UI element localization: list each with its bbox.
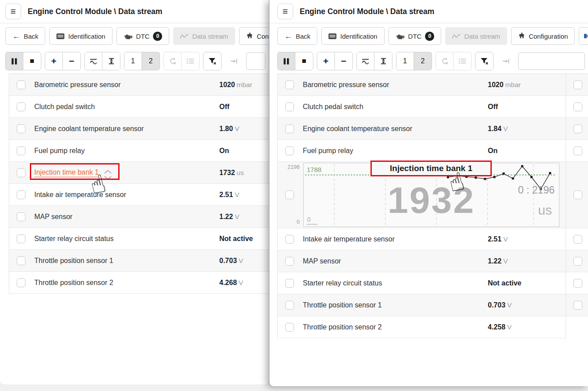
row-checkbox[interactable] — [285, 301, 294, 310]
row-checkbox[interactable] — [285, 235, 294, 244]
row-checkbox[interactable] — [17, 80, 25, 89]
param-label[interactable]: Barometric pressure sensor — [34, 81, 121, 89]
row-checkbox[interactable] — [17, 102, 25, 111]
param-label[interactable]: Clutch pedal switch — [34, 103, 95, 111]
row-checkbox[interactable] — [17, 234, 25, 243]
param-label[interactable]: Engine coolant temperature sensor — [303, 125, 412, 133]
table-row: Intake air temperature sensor 2.51V — [9, 184, 269, 206]
row-checkbox[interactable] — [573, 124, 582, 133]
row-checkbox[interactable] — [285, 323, 294, 332]
tab-dtc[interactable]: DTC 0 — [388, 27, 442, 45]
row-checkbox[interactable] — [573, 190, 582, 199]
param-label[interactable]: Throttle position sensor 2 — [303, 323, 382, 331]
param-label[interactable]: MAP sensor — [303, 257, 341, 265]
param-unit: mbar — [237, 81, 252, 88]
text-height-icon — [108, 58, 115, 65]
right-table-column-2 — [566, 74, 588, 338]
param-unit: us — [237, 169, 244, 176]
param-label[interactable]: Throttle position sensor 1 — [34, 257, 113, 265]
hamburger-menu-button[interactable]: ≡ — [5, 4, 21, 19]
stop-button[interactable]: ■ — [295, 52, 313, 70]
table-row — [566, 118, 588, 140]
stream-chart[interactable]: 1788 1932 0 : 2196 us 0 — [303, 163, 559, 227]
row-checkbox[interactable] — [285, 257, 294, 266]
param-label[interactable]: Intake air temperature sensor — [34, 191, 126, 199]
clear-filter-button[interactable] — [203, 52, 221, 70]
zoom-in-button[interactable]: + — [45, 52, 63, 70]
one-column-button[interactable]: 1 — [124, 52, 142, 70]
back-button[interactable]: ← Back — [277, 27, 317, 45]
row-checkbox[interactable] — [17, 124, 25, 133]
tab-dtc[interactable]: DTC 0 — [116, 27, 170, 45]
row-checkbox[interactable] — [573, 235, 582, 244]
auto-scale-button[interactable] — [85, 52, 102, 70]
row-checkbox[interactable] — [573, 301, 582, 310]
zoom-in-button[interactable]: + — [317, 52, 335, 70]
param-label[interactable]: Fuel pump relay — [34, 147, 85, 155]
row-checkbox[interactable] — [285, 124, 294, 133]
tab-special-functions[interactable] — [579, 27, 588, 45]
back-button[interactable]: ← Back — [5, 27, 45, 45]
row-checkbox[interactable] — [17, 256, 25, 265]
search-input[interactable] — [246, 52, 265, 70]
param-label[interactable]: Starter relay circuit status — [34, 235, 114, 243]
row-checkbox[interactable] — [573, 80, 582, 89]
zoom-out-button[interactable]: − — [63, 52, 80, 70]
fit-height-button[interactable] — [374, 52, 392, 70]
tab-configuration[interactable]: Configuration — [511, 27, 575, 45]
hamburger-menu-button[interactable]: ≡ — [277, 4, 293, 19]
hamburger-icon: ≡ — [283, 6, 288, 17]
param-value: On — [219, 147, 229, 154]
tab-identification[interactable]: Identification — [321, 27, 384, 45]
one-column-label: 1 — [131, 57, 135, 65]
row-checkbox[interactable] — [17, 168, 25, 177]
pause-button[interactable] — [6, 52, 23, 70]
row-checkbox[interactable] — [285, 279, 294, 288]
clear-filter-button[interactable] — [475, 52, 493, 70]
row-checkbox[interactable] — [17, 212, 25, 221]
back-label: Back — [24, 33, 38, 40]
auto-scale-button[interactable] — [357, 52, 374, 70]
row-checkbox[interactable] — [17, 278, 25, 287]
id-card-icon — [328, 33, 337, 40]
fit-height-button[interactable] — [102, 52, 120, 70]
param-value: 1.22 — [488, 257, 501, 265]
param-value: Not active — [488, 279, 521, 287]
param-label[interactable]: Fuel pump relay — [303, 147, 353, 155]
search-input[interactable] — [518, 52, 585, 70]
param-value: 2.51 — [488, 235, 501, 243]
param-unit: V — [503, 257, 508, 265]
left-window: ≡ Engine Control Module \ Data stream ← … — [0, 0, 269, 384]
stop-button[interactable]: ■ — [23, 52, 41, 70]
one-column-button[interactable]: 1 — [396, 52, 414, 70]
row-checkbox[interactable] — [285, 190, 294, 199]
tab-configuration[interactable]: Configuration — [239, 27, 269, 45]
param-label[interactable]: Throttle position sensor 2 — [34, 279, 113, 287]
row-checkbox[interactable] — [573, 102, 582, 111]
row-checkbox[interactable] — [573, 146, 582, 155]
param-value: On — [488, 147, 497, 154]
row-checkbox[interactable] — [285, 146, 294, 155]
right-tabbar: ← Back Identification DTC 0 Data stream — [269, 23, 588, 49]
row-checkbox[interactable] — [285, 102, 294, 111]
row-checkbox[interactable] — [17, 146, 25, 155]
param-label[interactable]: MAP sensor — [34, 213, 73, 221]
param-label[interactable]: Barometric pressure sensor — [303, 81, 389, 89]
two-column-button[interactable]: 2 — [142, 52, 160, 70]
tab-identification[interactable]: Identification — [49, 27, 112, 45]
param-label[interactable]: Throttle position sensor 1 — [303, 301, 382, 309]
param-label[interactable]: Starter relay circuit status — [303, 279, 382, 287]
connector-icon — [246, 33, 253, 40]
param-label[interactable]: Engine coolant temperature sensor — [34, 125, 144, 133]
two-column-button[interactable]: 2 — [414, 52, 432, 70]
pause-button[interactable] — [278, 52, 295, 70]
row-checkbox[interactable] — [17, 190, 25, 199]
row-checkbox[interactable] — [573, 257, 582, 266]
param-label[interactable]: Clutch pedal switch — [303, 103, 363, 111]
row-checkbox[interactable] — [573, 279, 582, 288]
page-title: Engine Control Module \ Data stream — [300, 7, 434, 16]
row-checkbox[interactable] — [285, 80, 294, 89]
param-label[interactable]: Intake air temperature sensor — [303, 235, 395, 243]
zoom-out-button[interactable]: − — [335, 52, 352, 70]
param-label-link[interactable]: Injection time bank 1 — [34, 168, 99, 177]
